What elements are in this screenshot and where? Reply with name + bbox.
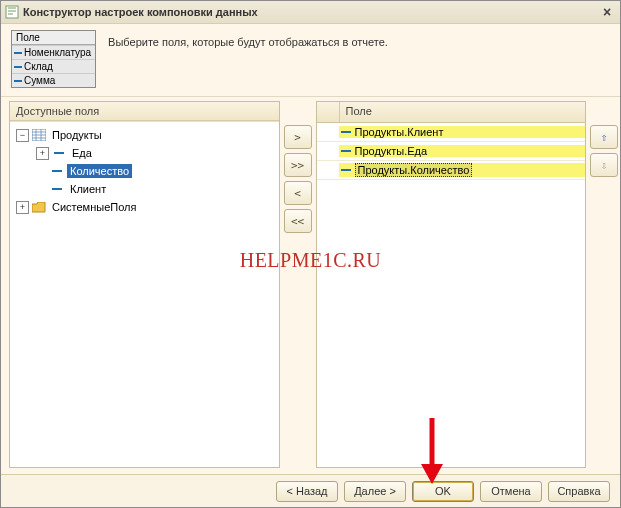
help-button[interactable]: Справка	[548, 481, 610, 502]
remove-all-button[interactable]: <<	[284, 209, 312, 233]
selected-fields-panel: Поле Продукты.Клиент Продукты.Еда Продук…	[316, 101, 587, 468]
add-button[interactable]: >	[284, 125, 312, 149]
cancel-button[interactable]: Отмена	[480, 481, 542, 502]
field-dash-icon	[14, 52, 22, 54]
next-button[interactable]: Далее >	[344, 481, 406, 502]
field-dash-icon	[14, 66, 22, 68]
available-fields-tree[interactable]: − Продукты + Еда Количество	[10, 121, 279, 467]
tree-node-products[interactable]: − Продукты	[12, 126, 277, 144]
close-icon[interactable]: ×	[598, 4, 616, 20]
field-dash-icon	[341, 150, 351, 152]
selected-fields-grid[interactable]: Продукты.Клиент Продукты.Еда Продукты.Ко…	[317, 123, 586, 467]
expand-icon[interactable]: +	[36, 147, 49, 160]
field-preview-header: Поле	[12, 31, 95, 45]
ok-button[interactable]: OK	[412, 481, 474, 502]
top-info: Поле Номенклатура Склад Сумма Выберите п…	[1, 24, 620, 97]
order-buttons: ⇧ ⇩	[590, 101, 612, 468]
move-up-button[interactable]: ⇧	[590, 125, 618, 149]
remove-button[interactable]: <	[284, 181, 312, 205]
table-icon	[32, 129, 46, 141]
folder-icon	[32, 201, 46, 213]
footer-buttons: < Назад Далее > OK Отмена Справка	[1, 474, 620, 507]
expand-icon[interactable]: +	[16, 201, 29, 214]
available-fields-header: Доступные поля	[10, 102, 279, 121]
field-preview-row: Сумма	[12, 73, 95, 87]
titlebar: Конструктор настроек компоновки данных ×	[1, 1, 620, 24]
tree-node-system[interactable]: + СистемныеПоля	[12, 198, 277, 216]
field-dash-icon	[341, 169, 351, 171]
grid-row[interactable]: Продукты.Клиент	[317, 123, 586, 142]
transfer-buttons: > >> < <<	[284, 101, 312, 468]
window-title: Конструктор настроек компоновки данных	[23, 6, 598, 18]
back-button[interactable]: < Назад	[276, 481, 338, 502]
grid-row[interactable]: Продукты.Еда	[317, 142, 586, 161]
available-fields-panel: Доступные поля − Продукты + Еда	[9, 101, 280, 468]
field-dash-icon	[50, 165, 64, 177]
selected-fields-header: Поле	[317, 102, 586, 123]
field-dash-icon	[52, 147, 66, 159]
tree-node-client[interactable]: Клиент	[12, 180, 277, 198]
instruction-text: Выберите поля, которые будут отображатьс…	[108, 30, 388, 48]
add-all-button[interactable]: >>	[284, 153, 312, 177]
tree-node-quantity[interactable]: Количество	[12, 162, 277, 180]
app-icon	[5, 5, 19, 19]
tree-node-food[interactable]: + Еда	[12, 144, 277, 162]
field-preview-table: Поле Номенклатура Склад Сумма	[11, 30, 96, 88]
field-dash-icon	[341, 131, 351, 133]
move-down-button[interactable]: ⇩	[590, 153, 618, 177]
field-dash-icon	[50, 183, 64, 195]
field-preview-row: Склад	[12, 59, 95, 73]
collapse-icon[interactable]: −	[16, 129, 29, 142]
grid-row-selected[interactable]: Продукты.Количество	[317, 161, 586, 180]
field-dash-icon	[14, 80, 22, 82]
field-preview-row: Номенклатура	[12, 45, 95, 59]
